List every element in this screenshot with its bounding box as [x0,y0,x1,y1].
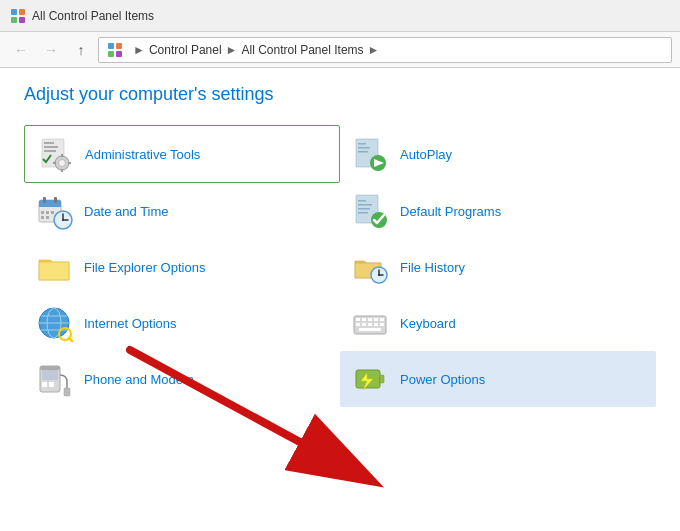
administrative-tools-label: Administrative Tools [85,147,200,162]
svg-rect-66 [380,323,384,326]
title-bar-text: All Control Panel Items [32,9,154,23]
svg-rect-20 [358,143,366,145]
item-internet-options[interactable]: Internet Options [24,295,340,351]
administrative-tools-icon [35,134,75,174]
address-bar: ← → ↑ ► Control Panel ► All Control Pane… [0,32,680,68]
svg-rect-60 [374,318,378,321]
back-button[interactable]: ← [8,37,34,63]
svg-rect-31 [46,211,49,214]
power-options-icon [350,359,390,399]
path-sep-2: ► [226,43,238,57]
svg-rect-6 [108,51,114,57]
address-path[interactable]: ► Control Panel ► All Control Panel Item… [98,37,672,63]
svg-rect-28 [43,197,46,203]
path-control-panel[interactable]: Control Panel [149,43,222,57]
svg-rect-16 [53,162,56,164]
date-time-label: Date and Time [84,204,169,219]
keyboard-icon [350,303,390,343]
phone-modem-label: Phone and Modem [84,372,194,387]
item-autoplay[interactable]: AutoPlay [340,125,656,183]
title-bar-icon [10,8,26,24]
item-keyboard[interactable]: Keyboard [340,295,656,351]
forward-button[interactable]: → [38,37,64,63]
svg-rect-63 [362,323,366,326]
title-bar: All Control Panel Items [0,0,680,32]
svg-rect-32 [51,211,54,214]
svg-rect-10 [44,146,58,148]
svg-point-13 [59,160,66,167]
file-history-icon [350,247,390,287]
path-all-items[interactable]: All Control Panel Items [242,43,364,57]
item-date-time[interactable]: Date and Time [24,183,340,239]
svg-rect-42 [358,208,370,210]
svg-point-38 [62,219,64,221]
path-sep-1: ► [133,43,145,57]
svg-rect-57 [356,318,360,321]
svg-rect-22 [358,151,368,153]
item-file-explorer-options[interactable]: File Explorer Options [24,239,340,295]
svg-rect-65 [374,323,378,326]
page-title: Adjust your computer's settings [24,84,656,105]
default-programs-icon [350,191,390,231]
svg-rect-11 [44,150,56,152]
svg-rect-72 [40,366,60,370]
default-programs-label: Default Programs [400,204,501,219]
file-explorer-options-icon [34,247,74,287]
internet-options-label: Internet Options [84,316,177,331]
svg-rect-71 [49,382,54,387]
svg-point-48 [378,274,380,276]
svg-rect-62 [356,323,360,326]
path-sep-3: ► [368,43,380,57]
svg-rect-64 [368,323,372,326]
phone-modem-icon [34,359,74,399]
svg-rect-59 [368,318,372,321]
svg-rect-67 [359,328,381,331]
autoplay-label: AutoPlay [400,147,452,162]
autoplay-icon [350,134,390,174]
svg-rect-33 [41,216,44,219]
svg-rect-2 [11,17,17,23]
items-grid: Administrative Tools AutoPlay [24,125,656,407]
svg-rect-7 [116,51,122,57]
item-administrative-tools[interactable]: Administrative Tools [24,125,340,183]
svg-rect-73 [64,388,70,396]
item-file-history[interactable]: File History [340,239,656,295]
svg-rect-41 [358,204,372,206]
svg-rect-14 [61,154,63,157]
svg-line-55 [69,338,72,341]
svg-rect-40 [358,200,366,202]
file-explorer-options-label: File Explorer Options [84,260,205,275]
svg-rect-70 [42,382,47,387]
svg-rect-5 [116,43,122,49]
svg-rect-27 [39,205,61,207]
svg-rect-29 [54,197,57,203]
svg-rect-34 [46,216,49,219]
svg-rect-4 [108,43,114,49]
svg-rect-43 [358,212,368,214]
keyboard-label: Keyboard [400,316,456,331]
up-button[interactable]: ↑ [68,37,94,63]
svg-rect-15 [61,169,63,172]
svg-rect-69 [42,370,58,380]
svg-rect-21 [358,147,370,149]
svg-rect-58 [362,318,366,321]
internet-options-icon [34,303,74,343]
file-history-label: File History [400,260,465,275]
svg-rect-3 [19,17,25,23]
item-phone-modem[interactable]: Phone and Modem [24,351,340,407]
svg-rect-75 [380,375,384,383]
svg-rect-1 [19,9,25,15]
item-power-options[interactable]: Power Options [340,351,656,407]
svg-rect-17 [68,162,71,164]
date-time-icon [34,191,74,231]
svg-rect-9 [44,142,54,144]
svg-rect-0 [11,9,17,15]
svg-rect-30 [41,211,44,214]
main-content: Adjust your computer's settings [0,68,680,423]
item-default-programs[interactable]: Default Programs [340,183,656,239]
power-options-label: Power Options [400,372,485,387]
svg-rect-61 [380,318,384,321]
path-icon [107,42,123,58]
